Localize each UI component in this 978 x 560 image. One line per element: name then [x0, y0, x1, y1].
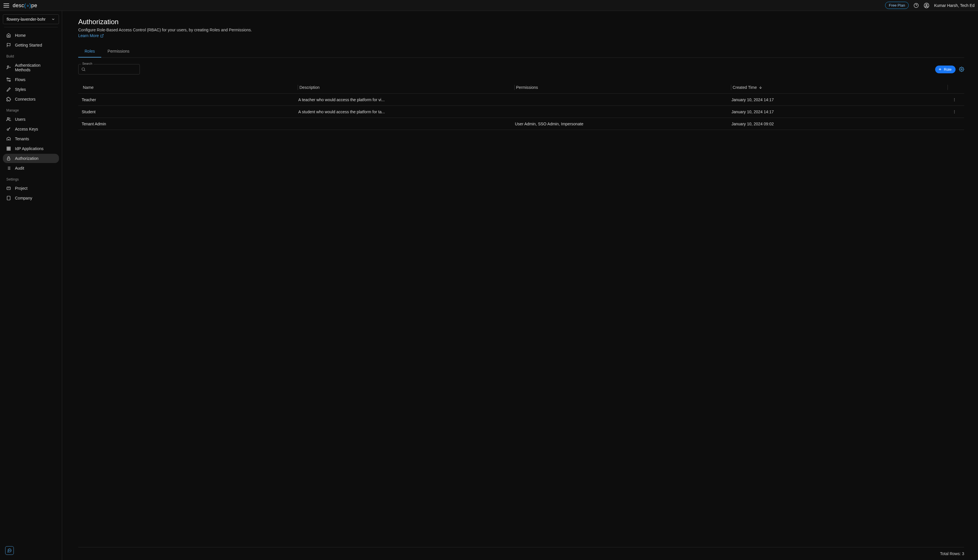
table-footer: Total Rows: 3: [78, 547, 964, 560]
svg-rect-19: [7, 158, 10, 160]
cell-created: January 10, 2024 14:17: [731, 97, 948, 102]
home-icon: [6, 33, 11, 38]
free-plan-button[interactable]: Free Plan: [885, 2, 909, 9]
app-header: desc(∘)pe Free Plan Kumar Harsh, Tech Ed: [0, 0, 978, 11]
svg-rect-26: [7, 187, 10, 190]
table-header: Name Description Permissions Created Tim…: [78, 82, 964, 93]
external-link-icon: [100, 34, 104, 38]
svg-rect-10: [7, 147, 8, 148]
sidebar-item-users[interactable]: Users: [3, 115, 59, 124]
svg-point-9: [7, 129, 8, 130]
search-icon: [81, 67, 86, 72]
sidebar-item-label: Flows: [15, 77, 26, 82]
user-name: Kumar Harsh, Tech Ed: [934, 3, 975, 8]
header-right: Free Plan Kumar Harsh, Tech Ed: [885, 2, 975, 9]
svg-rect-15: [10, 148, 10, 149]
chat-widget[interactable]: [5, 546, 14, 555]
sidebar-item-auth-methods[interactable]: Authentication Methods: [3, 61, 59, 75]
svg-point-49: [954, 112, 955, 112]
key-icon: [6, 127, 11, 132]
svg-rect-14: [8, 148, 9, 149]
roles-table: Name Description Permissions Created Tim…: [78, 82, 964, 560]
tabs: Roles Permissions: [78, 45, 964, 58]
row-actions[interactable]: [948, 110, 961, 114]
sidebar-item-tenants[interactable]: Tenants: [3, 134, 59, 143]
toolbar: Search Role: [78, 64, 964, 75]
col-description[interactable]: Description: [298, 85, 515, 90]
svg-point-39: [82, 68, 85, 70]
col-permissions[interactable]: Permissions: [515, 85, 731, 90]
sidebar-item-label: Getting Started: [15, 43, 42, 47]
plus-icon: [938, 67, 942, 71]
user-avatar-icon[interactable]: [924, 3, 930, 8]
sidebar-item-audit[interactable]: Audit: [3, 163, 59, 173]
cell-created: January 10, 2024 14:17: [731, 110, 948, 114]
learn-more-link[interactable]: Learn More: [78, 33, 964, 38]
tab-roles[interactable]: Roles: [78, 45, 101, 57]
menu-icon[interactable]: [3, 3, 9, 7]
page-subtitle: Configure Role-Based Access Control (RBA…: [78, 28, 964, 32]
apps-icon: [6, 146, 11, 151]
puzzle-icon: [6, 97, 11, 102]
section-build: Build: [3, 50, 59, 61]
search-wrapper: Search: [78, 64, 140, 75]
sidebar-item-project[interactable]: Project: [3, 184, 59, 193]
svg-rect-11: [8, 147, 9, 148]
svg-point-3: [926, 4, 927, 5]
svg-rect-18: [10, 150, 10, 150]
cell-permissions: User Admin, SSO Admin, Impersonate: [515, 122, 731, 126]
svg-point-50: [954, 113, 955, 113]
row-actions[interactable]: [948, 98, 961, 102]
sidebar-item-access-keys[interactable]: Access Keys: [3, 125, 59, 134]
table-row[interactable]: TeacherA teacher who would access the pl…: [78, 94, 964, 106]
tab-permissions[interactable]: Permissions: [101, 45, 136, 57]
cell-description: A teacher who would access the platform …: [298, 97, 515, 102]
sidebar-item-label: Authorization: [15, 156, 38, 161]
sort-desc-icon: [759, 85, 763, 89]
svg-point-48: [954, 110, 955, 111]
sidebar-item-home[interactable]: Home: [3, 31, 59, 40]
brush-icon: [6, 87, 11, 92]
svg-rect-16: [7, 150, 8, 150]
sidebar-item-flows[interactable]: Flows: [3, 75, 59, 84]
sidebar-item-getting-started[interactable]: Getting Started: [3, 40, 59, 50]
building-icon: [6, 196, 11, 200]
gear-icon[interactable]: [959, 67, 964, 72]
svg-rect-13: [7, 148, 8, 149]
fingerprint-icon: [6, 65, 11, 70]
svg-point-43: [961, 69, 963, 70]
table-row[interactable]: Tenant AdminUser Admin, SSO Admin, Imper…: [78, 118, 964, 130]
cell-name: Tenant Admin: [82, 122, 298, 126]
sidebar-item-company[interactable]: Company: [3, 193, 59, 203]
tenants-icon: [6, 137, 11, 141]
list-icon: [6, 166, 11, 170]
add-role-button[interactable]: Role: [935, 65, 956, 73]
sidebar-item-label: Users: [15, 117, 26, 122]
folder-icon: [6, 186, 11, 191]
svg-rect-28: [7, 196, 10, 200]
sidebar-item-idp-apps[interactable]: IdP Applications: [3, 144, 59, 153]
sidebar-item-connectors[interactable]: Connectors: [3, 95, 59, 104]
sidebar-item-label: Access Keys: [15, 127, 38, 132]
sidebar-item-styles[interactable]: Styles: [3, 85, 59, 94]
chevron-down-icon: [51, 17, 55, 21]
section-settings: Settings: [3, 173, 59, 184]
lock-icon: [6, 156, 11, 161]
svg-point-8: [7, 118, 8, 119]
svg-line-40: [84, 70, 85, 71]
project-selector[interactable]: flowery-lavender-bohr: [3, 14, 59, 24]
flag-icon: [6, 43, 11, 47]
svg-point-5: [7, 66, 8, 67]
logo: desc(∘)pe: [13, 2, 37, 8]
col-name[interactable]: Name: [82, 85, 298, 90]
sidebar-item-authorization[interactable]: Authorization: [3, 154, 59, 163]
total-rows: Total Rows: 3: [940, 552, 964, 556]
col-created-time[interactable]: Created Time: [731, 85, 948, 90]
sidebar-item-label: Project: [15, 186, 28, 191]
cell-name: Teacher: [82, 97, 298, 102]
table-row[interactable]: StudentA student who would access the pl…: [78, 106, 964, 118]
help-icon[interactable]: [913, 3, 919, 8]
sidebar-item-label: Connectors: [15, 97, 36, 102]
svg-rect-7: [9, 80, 10, 82]
search-input[interactable]: [78, 64, 140, 75]
